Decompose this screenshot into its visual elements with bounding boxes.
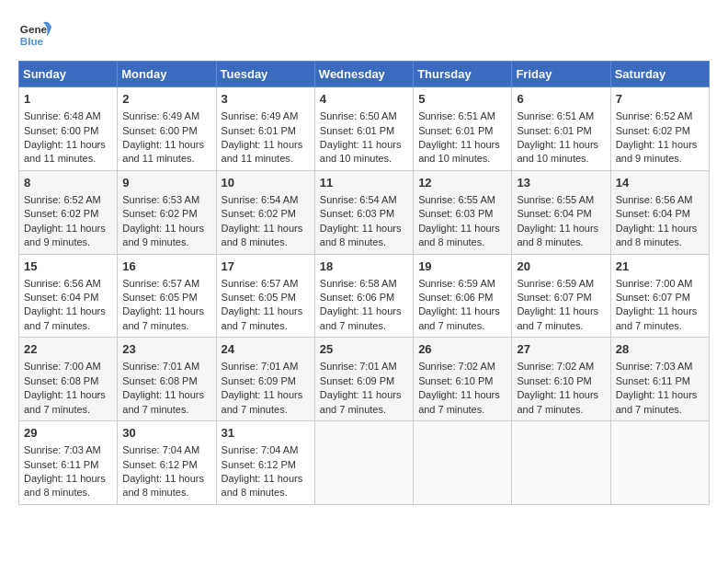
calendar-cell: 24Sunrise: 7:01 AMSunset: 6:09 PMDayligh… bbox=[216, 338, 314, 421]
calendar-cell: 18Sunrise: 6:58 AMSunset: 6:06 PMDayligh… bbox=[314, 254, 413, 338]
sunrise: Sunrise: 7:01 AM bbox=[222, 361, 299, 372]
sunrise: Sunrise: 7:02 AM bbox=[418, 361, 495, 372]
calendar-cell: 8Sunrise: 6:52 AMSunset: 6:02 PMDaylight… bbox=[19, 170, 118, 254]
col-monday: Monday bbox=[118, 62, 216, 87]
sunset: Sunset: 6:10 PM bbox=[517, 375, 591, 386]
sunrise: Sunrise: 6:58 AM bbox=[320, 278, 397, 289]
calendar-cell bbox=[512, 421, 610, 505]
day-number: 5 bbox=[418, 91, 506, 108]
calendar-cell: 4Sunrise: 6:50 AMSunset: 6:01 PMDaylight… bbox=[314, 87, 413, 171]
sunrise: Sunrise: 7:04 AM bbox=[222, 444, 299, 455]
daylight-label: Daylight: 11 hours and 8 minutes. bbox=[24, 473, 106, 498]
day-number: 10 bbox=[222, 175, 310, 191]
daylight-label: Daylight: 11 hours and 9 minutes. bbox=[24, 223, 106, 247]
day-number: 14 bbox=[616, 175, 704, 191]
daylight-label: Daylight: 11 hours and 10 minutes. bbox=[418, 139, 500, 164]
sunset: Sunset: 6:10 PM bbox=[418, 375, 493, 386]
col-sunday: Sunday bbox=[19, 62, 118, 87]
sunrise: Sunrise: 6:59 AM bbox=[517, 278, 594, 289]
day-number: 25 bbox=[320, 341, 408, 358]
daylight-label: Daylight: 11 hours and 8 minutes. bbox=[418, 223, 500, 247]
daylight-label: Daylight: 11 hours and 7 minutes. bbox=[616, 389, 698, 414]
day-number: 9 bbox=[122, 175, 210, 191]
calendar-cell: 20Sunrise: 6:59 AMSunset: 6:07 PMDayligh… bbox=[512, 254, 610, 338]
calendar-cell: 11Sunrise: 6:54 AMSunset: 6:03 PMDayligh… bbox=[314, 170, 413, 254]
daylight-label: Daylight: 11 hours and 7 minutes. bbox=[122, 305, 204, 330]
calendar-cell: 14Sunrise: 6:56 AMSunset: 6:04 PMDayligh… bbox=[610, 170, 709, 254]
sunset: Sunset: 6:02 PM bbox=[616, 125, 690, 136]
daylight-label: Daylight: 11 hours and 11 minutes. bbox=[222, 139, 303, 164]
daylight-label: Daylight: 11 hours and 7 minutes. bbox=[320, 389, 402, 414]
day-number: 3 bbox=[222, 91, 310, 108]
calendar-cell: 6Sunrise: 6:51 AMSunset: 6:01 PMDaylight… bbox=[512, 87, 610, 171]
sunset: Sunset: 6:07 PM bbox=[517, 292, 591, 303]
sunset: Sunset: 6:01 PM bbox=[222, 125, 296, 136]
daylight-label: Daylight: 11 hours and 9 minutes. bbox=[122, 223, 204, 247]
calendar-cell: 2Sunrise: 6:49 AMSunset: 6:00 PMDaylight… bbox=[118, 87, 216, 171]
daylight-label: Daylight: 11 hours and 7 minutes. bbox=[24, 305, 106, 330]
sunset: Sunset: 6:00 PM bbox=[122, 125, 197, 136]
day-number: 24 bbox=[222, 341, 310, 358]
col-thursday: Thursday bbox=[414, 62, 512, 87]
daylight-label: Daylight: 11 hours and 8 minutes. bbox=[222, 473, 303, 498]
calendar-cell: 28Sunrise: 7:03 AMSunset: 6:11 PMDayligh… bbox=[610, 338, 709, 421]
sunrise: Sunrise: 6:51 AM bbox=[517, 110, 594, 121]
day-number: 6 bbox=[517, 91, 605, 108]
sunrise: Sunrise: 7:03 AM bbox=[616, 361, 693, 372]
sunset: Sunset: 6:01 PM bbox=[320, 125, 394, 136]
day-number: 8 bbox=[24, 175, 112, 191]
day-number: 18 bbox=[320, 259, 408, 275]
day-number: 17 bbox=[222, 259, 310, 275]
sunrise: Sunrise: 7:01 AM bbox=[320, 361, 397, 372]
calendar-cell: 13Sunrise: 6:55 AMSunset: 6:04 PMDayligh… bbox=[512, 170, 610, 254]
calendar-cell: 25Sunrise: 7:01 AMSunset: 6:09 PMDayligh… bbox=[314, 338, 413, 421]
daylight-label: Daylight: 11 hours and 10 minutes. bbox=[320, 139, 402, 164]
logo: General Blue bbox=[18, 18, 51, 52]
calendar-cell: 30Sunrise: 7:04 AMSunset: 6:12 PMDayligh… bbox=[118, 421, 216, 505]
sunset: Sunset: 6:05 PM bbox=[222, 292, 296, 303]
calendar-week-4: 22Sunrise: 7:00 AMSunset: 6:08 PMDayligh… bbox=[19, 338, 710, 421]
calendar-week-2: 8Sunrise: 6:52 AMSunset: 6:02 PMDaylight… bbox=[19, 170, 710, 254]
calendar-cell: 19Sunrise: 6:59 AMSunset: 6:06 PMDayligh… bbox=[414, 254, 512, 338]
sunset: Sunset: 6:03 PM bbox=[418, 208, 493, 219]
day-number: 12 bbox=[418, 175, 506, 191]
day-number: 29 bbox=[24, 425, 112, 442]
calendar-cell: 5Sunrise: 6:51 AMSunset: 6:01 PMDaylight… bbox=[414, 87, 512, 171]
daylight-label: Daylight: 11 hours and 8 minutes. bbox=[320, 223, 402, 247]
day-number: 16 bbox=[122, 259, 210, 275]
day-number: 28 bbox=[616, 341, 704, 358]
sunrise: Sunrise: 7:00 AM bbox=[24, 361, 101, 372]
daylight-label: Daylight: 11 hours and 11 minutes. bbox=[122, 139, 204, 164]
calendar-week-5: 29Sunrise: 7:03 AMSunset: 6:11 PMDayligh… bbox=[19, 421, 710, 505]
day-number: 7 bbox=[616, 91, 704, 108]
sunset: Sunset: 6:00 PM bbox=[24, 125, 98, 136]
calendar-cell: 1Sunrise: 6:48 AMSunset: 6:00 PMDaylight… bbox=[19, 87, 118, 171]
day-number: 1 bbox=[24, 91, 112, 108]
daylight-label: Daylight: 11 hours and 7 minutes. bbox=[320, 305, 402, 330]
col-saturday: Saturday bbox=[610, 62, 709, 87]
calendar-cell bbox=[314, 421, 413, 505]
day-number: 23 bbox=[122, 341, 210, 358]
sunrise: Sunrise: 6:55 AM bbox=[418, 194, 495, 205]
sunrise: Sunrise: 6:54 AM bbox=[320, 194, 397, 205]
sunset: Sunset: 6:09 PM bbox=[320, 375, 394, 386]
calendar-cell: 12Sunrise: 6:55 AMSunset: 6:03 PMDayligh… bbox=[414, 170, 512, 254]
daylight-label: Daylight: 11 hours and 7 minutes. bbox=[517, 389, 598, 414]
daylight-label: Daylight: 11 hours and 8 minutes. bbox=[222, 223, 303, 247]
sunrise: Sunrise: 6:56 AM bbox=[24, 278, 101, 289]
daylight-label: Daylight: 11 hours and 7 minutes. bbox=[24, 389, 106, 414]
calendar-cell: 15Sunrise: 6:56 AMSunset: 6:04 PMDayligh… bbox=[19, 254, 118, 338]
sunset: Sunset: 6:05 PM bbox=[122, 292, 197, 303]
sunrise: Sunrise: 6:57 AM bbox=[122, 278, 199, 289]
sunrise: Sunrise: 7:00 AM bbox=[616, 278, 693, 289]
sunset: Sunset: 6:02 PM bbox=[24, 208, 98, 219]
day-number: 2 bbox=[122, 91, 210, 108]
sunset: Sunset: 6:07 PM bbox=[616, 292, 690, 303]
calendar-cell: 7Sunrise: 6:52 AMSunset: 6:02 PMDaylight… bbox=[610, 87, 709, 171]
calendar-cell: 31Sunrise: 7:04 AMSunset: 6:12 PMDayligh… bbox=[216, 421, 314, 505]
day-number: 26 bbox=[418, 341, 506, 358]
sunset: Sunset: 6:02 PM bbox=[222, 208, 296, 219]
sunset: Sunset: 6:08 PM bbox=[122, 375, 197, 386]
sunset: Sunset: 6:04 PM bbox=[24, 292, 98, 303]
logo-icon: General Blue bbox=[18, 18, 51, 52]
